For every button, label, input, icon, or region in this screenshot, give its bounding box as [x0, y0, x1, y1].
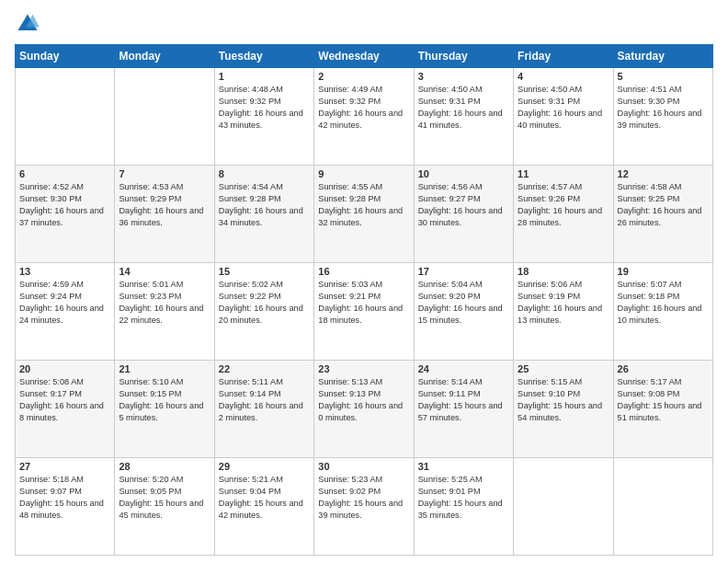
day-info: Sunrise: 5:10 AM Sunset: 9:15 PM Dayligh…	[119, 376, 210, 424]
day-info: Sunrise: 4:55 AM Sunset: 9:28 PM Dayligh…	[318, 181, 409, 229]
daylight-text: Daylight: 16 hours and 8 minutes.	[19, 401, 104, 422]
day-number: 28	[119, 461, 210, 472]
sunset-text: Sunset: 9:24 PM	[19, 292, 82, 301]
sunrise-text: Sunrise: 4:57 AM	[518, 182, 582, 191]
daylight-text: Daylight: 16 hours and 40 minutes.	[518, 109, 602, 130]
sunset-text: Sunset: 9:28 PM	[318, 194, 381, 203]
calendar-week-row: 1 Sunrise: 4:48 AM Sunset: 9:32 PM Dayli…	[16, 68, 713, 166]
daylight-text: Daylight: 15 hours and 35 minutes.	[418, 499, 503, 520]
calendar-cell: 12 Sunrise: 4:58 AM Sunset: 9:25 PM Dayl…	[613, 166, 712, 263]
sunrise-text: Sunrise: 4:58 AM	[618, 182, 682, 191]
day-number: 13	[19, 266, 110, 277]
day-number: 31	[418, 461, 509, 472]
daylight-text: Daylight: 16 hours and 30 minutes.	[418, 206, 503, 227]
col-sunday: Sunday	[16, 45, 115, 68]
day-number: 17	[418, 266, 509, 277]
sunrise-text: Sunrise: 5:21 AM	[219, 475, 283, 484]
col-wednesday: Wednesday	[314, 45, 414, 68]
day-info: Sunrise: 5:15 AM Sunset: 9:10 PM Dayligh…	[518, 376, 609, 424]
sunset-text: Sunset: 9:25 PM	[618, 194, 680, 203]
logo	[15, 11, 44, 37]
sunrise-text: Sunrise: 5:04 AM	[418, 280, 483, 289]
sunset-text: Sunset: 9:22 PM	[219, 292, 281, 301]
sunrise-text: Sunrise: 5:01 AM	[119, 280, 183, 289]
day-number: 9	[318, 168, 409, 179]
sunrise-text: Sunrise: 5:20 AM	[119, 475, 183, 484]
day-info: Sunrise: 5:25 AM Sunset: 9:01 PM Dayligh…	[418, 474, 509, 522]
daylight-text: Daylight: 15 hours and 54 minutes.	[518, 401, 602, 422]
day-number: 7	[119, 168, 210, 179]
sunset-text: Sunset: 9:17 PM	[19, 389, 82, 398]
sunset-text: Sunset: 9:05 PM	[119, 487, 181, 496]
calendar-cell: 20 Sunrise: 5:08 AM Sunset: 9:17 PM Dayl…	[16, 361, 115, 458]
day-info: Sunrise: 5:17 AM Sunset: 9:08 PM Dayligh…	[618, 376, 709, 424]
col-saturday: Saturday	[613, 45, 712, 68]
sunset-text: Sunset: 9:31 PM	[418, 97, 481, 106]
day-number: 29	[219, 461, 310, 472]
sunset-text: Sunset: 9:30 PM	[19, 194, 82, 203]
day-number: 23	[318, 363, 409, 374]
day-number: 1	[219, 71, 310, 82]
sunset-text: Sunset: 9:07 PM	[19, 487, 82, 496]
daylight-text: Daylight: 16 hours and 28 minutes.	[518, 206, 602, 227]
sunset-text: Sunset: 9:08 PM	[618, 389, 680, 398]
calendar-cell: 27 Sunrise: 5:18 AM Sunset: 9:07 PM Dayl…	[16, 458, 115, 556]
sunset-text: Sunset: 9:04 PM	[219, 487, 281, 496]
sunset-text: Sunset: 9:13 PM	[318, 389, 381, 398]
calendar-cell: 16 Sunrise: 5:03 AM Sunset: 9:21 PM Dayl…	[314, 263, 414, 361]
calendar-week-row: 13 Sunrise: 4:59 AM Sunset: 9:24 PM Dayl…	[16, 263, 713, 361]
sunset-text: Sunset: 9:26 PM	[518, 194, 580, 203]
calendar-cell	[115, 68, 214, 166]
col-tuesday: Tuesday	[214, 45, 313, 68]
day-info: Sunrise: 4:56 AM Sunset: 9:27 PM Dayligh…	[418, 181, 509, 229]
calendar-cell: 15 Sunrise: 5:02 AM Sunset: 9:22 PM Dayl…	[214, 263, 313, 361]
sunset-text: Sunset: 9:19 PM	[518, 292, 580, 301]
daylight-text: Daylight: 16 hours and 39 minutes.	[618, 109, 702, 130]
day-info: Sunrise: 4:54 AM Sunset: 9:28 PM Dayligh…	[219, 181, 310, 229]
day-number: 18	[518, 266, 609, 277]
daylight-text: Daylight: 16 hours and 26 minutes.	[618, 206, 702, 227]
calendar-cell: 23 Sunrise: 5:13 AM Sunset: 9:13 PM Dayl…	[314, 361, 414, 458]
daylight-text: Daylight: 16 hours and 20 minutes.	[219, 304, 303, 325]
day-number: 3	[418, 71, 509, 82]
sunrise-text: Sunrise: 4:49 AM	[318, 85, 382, 94]
calendar-cell: 22 Sunrise: 5:11 AM Sunset: 9:14 PM Dayl…	[214, 361, 313, 458]
calendar-cell	[16, 68, 115, 166]
day-info: Sunrise: 4:58 AM Sunset: 9:25 PM Dayligh…	[618, 181, 709, 229]
day-info: Sunrise: 4:48 AM Sunset: 9:32 PM Dayligh…	[219, 84, 310, 132]
sunset-text: Sunset: 9:32 PM	[219, 97, 281, 106]
calendar-cell: 4 Sunrise: 4:50 AM Sunset: 9:31 PM Dayli…	[514, 68, 613, 166]
calendar-cell: 9 Sunrise: 4:55 AM Sunset: 9:28 PM Dayli…	[314, 166, 414, 263]
day-number: 20	[19, 363, 110, 374]
day-number: 25	[518, 363, 609, 374]
daylight-text: Daylight: 16 hours and 24 minutes.	[19, 304, 104, 325]
sunrise-text: Sunrise: 5:03 AM	[318, 280, 382, 289]
daylight-text: Daylight: 16 hours and 2 minutes.	[219, 401, 303, 422]
daylight-text: Daylight: 15 hours and 39 minutes.	[318, 499, 403, 520]
calendar-week-row: 27 Sunrise: 5:18 AM Sunset: 9:07 PM Dayl…	[16, 458, 713, 556]
day-number: 16	[318, 266, 409, 277]
daylight-text: Daylight: 16 hours and 13 minutes.	[518, 304, 602, 325]
day-number: 15	[219, 266, 310, 277]
day-number: 19	[618, 266, 709, 277]
day-info: Sunrise: 4:52 AM Sunset: 9:30 PM Dayligh…	[19, 181, 110, 229]
day-number: 2	[318, 71, 409, 82]
sunrise-text: Sunrise: 5:23 AM	[318, 475, 382, 484]
day-number: 26	[618, 363, 709, 374]
sunset-text: Sunset: 9:23 PM	[119, 292, 181, 301]
calendar-cell: 17 Sunrise: 5:04 AM Sunset: 9:20 PM Dayl…	[414, 263, 513, 361]
calendar-cell: 11 Sunrise: 4:57 AM Sunset: 9:26 PM Dayl…	[514, 166, 613, 263]
calendar-cell: 19 Sunrise: 5:07 AM Sunset: 9:18 PM Dayl…	[613, 263, 712, 361]
daylight-text: Daylight: 16 hours and 41 minutes.	[418, 109, 503, 130]
day-number: 21	[119, 363, 210, 374]
daylight-text: Daylight: 16 hours and 5 minutes.	[119, 401, 203, 422]
daylight-text: Daylight: 16 hours and 37 minutes.	[19, 206, 104, 227]
day-number: 22	[219, 363, 310, 374]
daylight-text: Daylight: 16 hours and 42 minutes.	[318, 109, 403, 130]
day-info: Sunrise: 5:03 AM Sunset: 9:21 PM Dayligh…	[318, 279, 409, 327]
sunset-text: Sunset: 9:10 PM	[518, 389, 580, 398]
day-info: Sunrise: 5:06 AM Sunset: 9:19 PM Dayligh…	[518, 279, 609, 327]
header-row: Sunday Monday Tuesday Wednesday Thursday…	[16, 45, 713, 68]
day-info: Sunrise: 5:23 AM Sunset: 9:02 PM Dayligh…	[318, 474, 409, 522]
sunset-text: Sunset: 9:02 PM	[318, 487, 381, 496]
